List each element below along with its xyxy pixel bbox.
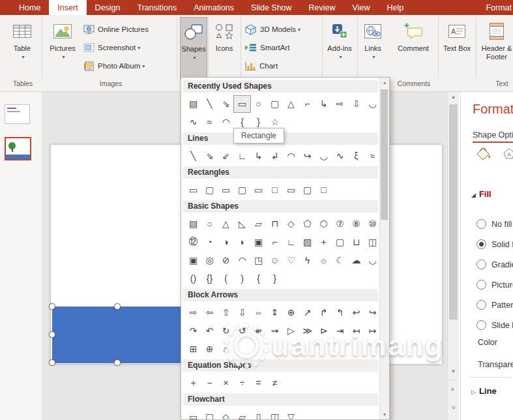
resize-handle-top-left[interactable] <box>49 303 55 310</box>
previous-slide-button[interactable]: « <box>448 383 459 394</box>
shape-gallery-item-icon[interactable]: ▢ <box>299 182 315 198</box>
resize-handle-bottom-center[interactable] <box>114 359 121 366</box>
dropdown-scroll-up-button[interactable]: ▲ <box>380 78 389 87</box>
shape-gallery-item-icon[interactable]: ▢ <box>201 182 218 198</box>
shape-gallery-item-icon[interactable]: = <box>250 375 267 391</box>
dropdown-scrollbar-thumb[interactable] <box>381 89 388 220</box>
shape-gallery-item-icon[interactable]: ◡ <box>315 148 332 164</box>
shape-gallery-item-icon[interactable]: ▣ <box>185 252 201 269</box>
menu-tab-view[interactable]: View <box>344 0 379 15</box>
fill-option[interactable]: Pattern fill <box>476 295 513 315</box>
shape-gallery-item-icon[interactable]: ≠ <box>267 375 283 391</box>
fill-option[interactable]: No fill <box>476 214 513 234</box>
shape-gallery-item-icon[interactable]: ▢ <box>201 409 218 420</box>
shape-gallery-item-icon[interactable]: − <box>201 375 218 391</box>
shape-gallery-item-icon[interactable]: ╲ <box>201 96 218 112</box>
shape-gallery-item-icon[interactable]: ◫ <box>267 409 283 420</box>
shape-gallery-item-icon[interactable]: ▢ <box>234 182 250 198</box>
shape-gallery-item-icon[interactable]: ↶ <box>201 323 218 339</box>
menu-tab-home[interactable]: Home <box>10 0 49 15</box>
shape-gallery-item-icon[interactable]: ↻ <box>218 323 234 339</box>
slide-thumbnail-1[interactable] <box>5 104 30 124</box>
shape-gallery-item-icon[interactable]: ▽ <box>283 409 299 420</box>
shape-gallery-item-icon[interactable]: ⇔ <box>250 305 267 321</box>
shape-gallery-item-icon[interactable]: { <box>250 271 267 287</box>
shape-gallery-item-icon[interactable]: ⊕ <box>283 305 299 321</box>
fill-bucket-icon[interactable] <box>475 146 492 164</box>
shape-gallery-item-icon[interactable]: } <box>267 271 283 287</box>
shape-gallery-item-icon[interactable]: ↦ <box>364 323 379 339</box>
menu-tab-format[interactable]: Format <box>476 0 513 18</box>
scroll-down-button[interactable]: ▼ <box>448 366 459 376</box>
effects-pentagon-icon[interactable]: A <box>503 147 513 163</box>
menu-tab-transitions[interactable]: Transitions <box>129 0 186 15</box>
shape-gallery-item-icon[interactable]: ↺ <box>234 323 250 339</box>
shape-gallery-item-icon[interactable]: ⇧ <box>218 305 234 321</box>
shape-gallery-item-icon[interactable]: ◠ <box>234 252 250 269</box>
shape-gallery-item-icon[interactable]: + <box>185 375 201 391</box>
shape-gallery-item-icon[interactable]: × <box>218 375 234 391</box>
shape-gallery-item-icon[interactable]: ⇘ <box>201 148 218 164</box>
resize-handle-bottom-left[interactable] <box>49 359 55 366</box>
slide-thumbnail-2[interactable] <box>5 137 31 160</box>
shape-gallery-item-icon[interactable]: ▭ <box>250 182 267 198</box>
shape-gallery-item-icon[interactable]: ◡ <box>364 96 379 112</box>
shapes-button[interactable]: Shapes ▾ <box>180 17 207 80</box>
shape-gallery-item-icon[interactable]: ↗ <box>299 305 315 321</box>
shape-gallery-item-icon[interactable]: ○ <box>250 96 267 112</box>
shape-gallery-item-icon[interactable]: ◗ <box>234 234 250 250</box>
shape-gallery-item-icon[interactable]: ↲ <box>267 148 283 164</box>
add-ins-button[interactable]: Add-ins ▾ <box>325 17 355 80</box>
scroll-up-button[interactable]: ▲ <box>448 91 459 102</box>
menu-tab-animations[interactable]: Animations <box>185 0 242 15</box>
color-label[interactable]: Color <box>478 338 497 347</box>
pictures-button[interactable]: Pictures ▾ <box>46 17 80 80</box>
shape-gallery-item-icon[interactable]: □ <box>267 182 283 198</box>
shape-gallery-item-icon[interactable]: ↳ <box>250 148 267 164</box>
shape-gallery-item-icon[interactable]: ⇕ <box>267 305 283 321</box>
shape-gallery-item-icon[interactable]: ⌐ <box>299 96 315 112</box>
shape-gallery-item-icon[interactable]: ▷ <box>283 323 299 339</box>
fill-option[interactable]: Gradient fill <box>476 254 513 275</box>
shape-gallery-item-icon[interactable]: ▨ <box>299 234 315 250</box>
menu-tab-help[interactable]: Help <box>378 0 412 15</box>
shape-gallery-item-icon[interactable]: ∟ <box>283 234 299 250</box>
shape-gallery-item-icon[interactable]: ϟ <box>299 252 315 269</box>
comment-button[interactable]: Comment <box>394 17 433 80</box>
shape-gallery-item-icon[interactable]: ↪ <box>299 148 315 164</box>
shape-gallery-item-icon[interactable]: □ <box>315 182 332 198</box>
shape-gallery-item-icon[interactable]: ▣ <box>250 234 267 250</box>
shape-gallery-item-icon[interactable]: ⇨ <box>332 96 348 112</box>
shape-gallery-item-icon[interactable]: ⇙ <box>218 148 234 164</box>
shape-gallery-item-icon[interactable]: ≈ <box>201 114 218 130</box>
shape-gallery-item-icon[interactable]: ∩ <box>218 341 234 357</box>
shape-gallery-item-icon[interactable]: ▭ <box>185 409 201 420</box>
transparency-label[interactable]: Transparency <box>478 360 513 369</box>
fill-option[interactable]: Solid fill <box>476 234 513 254</box>
shape-gallery-item-icon[interactable]: ◑ <box>218 234 234 250</box>
icons-button[interactable]: Icons <box>210 17 239 80</box>
shape-gallery-item-icon[interactable]: ⇩ <box>348 96 364 112</box>
shape-gallery-item-icon[interactable]: ▭ <box>185 182 201 198</box>
shape-gallery-item-icon[interactable]: ◺ <box>234 216 250 232</box>
shape-gallery-item-icon[interactable]: ♡ <box>283 252 299 269</box>
shape-gallery-item-icon[interactable]: ⊘ <box>218 252 234 269</box>
smartart-button[interactable]: SmartArt <box>244 40 289 55</box>
shape-gallery-item-icon[interactable]: ☼ <box>315 252 332 269</box>
menu-tab-insert[interactable]: Insert <box>49 0 86 15</box>
shape-gallery-item-icon[interactable]: △ <box>283 96 299 112</box>
shape-gallery-item-icon[interactable]: ⇻ <box>250 323 267 339</box>
shape-gallery-item-icon[interactable]: ∿ <box>332 148 348 164</box>
shape-gallery-item-icon[interactable]: ⑫ <box>185 234 201 250</box>
shape-gallery-item-icon[interactable]: ↪ <box>364 305 379 321</box>
shape-gallery-item-icon[interactable]: ☾ <box>332 252 348 269</box>
shape-gallery-item-icon[interactable]: ( <box>218 271 234 287</box>
fill-option[interactable]: Slide background fill <box>476 315 513 335</box>
dropdown-scroll-down-button[interactable]: ▼ <box>380 410 389 419</box>
shape-gallery-item-icon[interactable]: ◠ <box>218 114 234 130</box>
shape-gallery-item-icon[interactable]: ╲ <box>185 148 201 164</box>
table-button[interactable]: Table ▾ <box>5 17 39 80</box>
shape-gallery-item-icon[interactable]: () <box>185 271 201 287</box>
shape-gallery-item-icon[interactable]: ⬠ <box>299 216 315 232</box>
shape-gallery-item-icon[interactable]: ⇥ <box>332 323 348 339</box>
